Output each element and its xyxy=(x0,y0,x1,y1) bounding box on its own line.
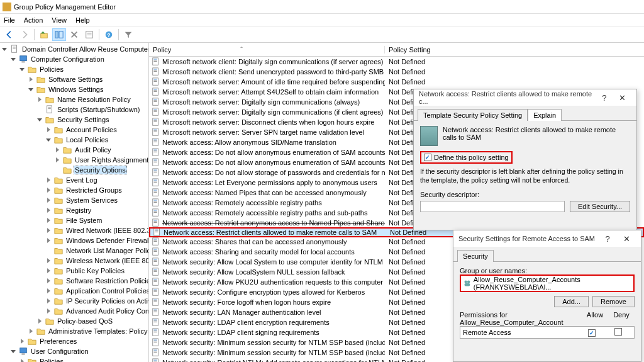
expander-icon[interactable] xyxy=(45,177,52,184)
expander-icon[interactable] xyxy=(45,308,52,315)
tree-item[interactable]: Advanced Audit Policy Configurat xyxy=(0,306,148,316)
tree-item[interactable]: Software Settings xyxy=(0,74,148,84)
policy-row[interactable]: Microsoft network client: Send unencrypt… xyxy=(149,67,644,77)
group-item[interactable]: Allow_Reuse_Computer_Accounts (FRANKYSWE… xyxy=(474,276,631,291)
list-header[interactable]: Policyˆ Policy Setting xyxy=(149,43,644,57)
expander-icon[interactable] xyxy=(45,217,52,224)
tree-item[interactable]: Audit Policy xyxy=(0,145,148,155)
expander-icon[interactable] xyxy=(19,66,26,73)
policy-row[interactable]: Microsoft network client: Digitally sign… xyxy=(149,57,644,67)
expander-icon[interactable] xyxy=(45,207,52,214)
expander-icon[interactable] xyxy=(45,288,52,295)
tree-item[interactable]: IP Security Policies on Active Direc xyxy=(0,296,148,306)
expander-icon[interactable] xyxy=(19,358,26,363)
tree-item[interactable]: Event Log xyxy=(0,175,148,185)
tree-item[interactable]: File System xyxy=(0,215,148,225)
col-setting[interactable]: Policy Setting xyxy=(385,46,644,54)
tree-item[interactable]: Software Restriction Policies xyxy=(0,276,148,286)
remove-button[interactable]: Remove xyxy=(592,296,635,307)
expander-icon[interactable] xyxy=(54,157,61,164)
expander-icon[interactable] xyxy=(28,76,35,83)
expander-icon[interactable] xyxy=(36,96,43,103)
expander-icon[interactable] xyxy=(45,237,52,244)
tree-item[interactable]: Name Resolution Policy xyxy=(0,94,148,105)
expander-icon[interactable] xyxy=(45,197,52,204)
expander-icon[interactable] xyxy=(45,247,52,254)
tree-item[interactable]: Preferences xyxy=(0,336,148,346)
tree-item[interactable]: Network List Manager Policies xyxy=(0,246,148,256)
tree-item[interactable]: Restricted Groups xyxy=(0,185,148,195)
menu-view[interactable]: View xyxy=(52,16,67,24)
show-tree-button[interactable] xyxy=(52,28,66,41)
up-button[interactable] xyxy=(37,28,51,41)
expander-icon[interactable] xyxy=(1,46,8,53)
tree-item[interactable]: Scripts (Startup/Shutdown) xyxy=(0,105,148,115)
expander-icon[interactable] xyxy=(45,268,52,274)
close-icon[interactable]: ✕ xyxy=(617,234,636,244)
tree-item[interactable]: Account Policies xyxy=(0,125,148,135)
tree-item[interactable]: System Services xyxy=(0,195,148,205)
tree-item[interactable]: Local Policies xyxy=(0,135,148,145)
close-icon[interactable]: ✕ xyxy=(613,93,631,103)
expander-icon[interactable] xyxy=(45,187,52,194)
tree-item[interactable]: Policy-based QoS xyxy=(0,316,148,326)
tree-item[interactable]: Application Control Policies xyxy=(0,286,148,296)
tab-explain[interactable]: Explain xyxy=(528,109,562,121)
expander-icon[interactable] xyxy=(45,257,52,264)
back-button[interactable] xyxy=(3,28,16,41)
expander-icon[interactable] xyxy=(19,338,26,345)
tree-item[interactable]: Wired Network (IEEE 802.3) Policies xyxy=(0,225,148,235)
define-policy-checkbox-row[interactable]: ✓ Define this policy setting xyxy=(420,151,513,164)
menu-file[interactable]: File xyxy=(4,16,15,24)
expander-icon[interactable] xyxy=(36,116,43,123)
expander-icon[interactable] xyxy=(36,318,43,325)
tree-item[interactable]: Public Key Policies xyxy=(0,266,148,276)
expander-icon[interactable] xyxy=(45,278,52,285)
help-button[interactable]: ? xyxy=(102,28,116,41)
expander-icon[interactable] xyxy=(36,106,43,113)
expander-icon[interactable] xyxy=(54,147,61,154)
tree-item[interactable]: Windows Settings xyxy=(0,84,148,94)
allow-checkbox[interactable]: ✓ xyxy=(588,329,596,337)
tab-template[interactable]: Template Security Policy Setting xyxy=(418,109,528,121)
tree-item[interactable]: Policies xyxy=(0,64,148,74)
delete-button[interactable] xyxy=(67,28,81,41)
tree-item[interactable]: Domain Controller Allow Reuse Computer A… xyxy=(0,44,148,54)
expander-icon[interactable] xyxy=(45,137,52,144)
menu-action[interactable]: Action xyxy=(24,16,43,24)
tree-item[interactable]: Administrative Templates: Policy definit… xyxy=(0,326,148,336)
menu-help[interactable]: Help xyxy=(75,16,90,24)
add-button[interactable]: Add... xyxy=(554,296,589,307)
edit-security-button[interactable]: Edit Security... xyxy=(570,201,630,212)
help-icon[interactable]: ? xyxy=(598,234,617,244)
tree-item[interactable]: Wireless Network (IEEE 802.11) Pol xyxy=(0,256,148,266)
tree-item[interactable]: Registry xyxy=(0,205,148,215)
tree-item[interactable]: User Configuration xyxy=(0,346,148,356)
expander-icon[interactable] xyxy=(10,348,17,355)
col-policy[interactable]: Policy xyxy=(153,46,171,54)
tab-security[interactable]: Security xyxy=(457,250,494,262)
expander-icon[interactable] xyxy=(54,167,61,174)
security-descriptor-input[interactable] xyxy=(420,201,565,212)
help-icon[interactable]: ? xyxy=(596,93,614,103)
expander-icon[interactable] xyxy=(45,298,52,305)
expander-icon[interactable] xyxy=(45,127,52,133)
tree-item[interactable]: Computer Configuration xyxy=(0,54,148,64)
deny-checkbox[interactable] xyxy=(614,328,622,336)
properties-button[interactable] xyxy=(82,28,96,41)
expander-icon[interactable] xyxy=(45,227,52,234)
tree-item[interactable]: Windows Defender Firewall with A xyxy=(0,235,148,246)
expander-icon[interactable] xyxy=(10,56,17,63)
tree-item[interactable]: Policies xyxy=(0,356,148,362)
define-checkbox[interactable]: ✓ xyxy=(424,154,431,161)
tree-item[interactable]: User Rights Assignment xyxy=(0,155,148,165)
tree-panel[interactable]: Domain Controller Allow Reuse Computer A… xyxy=(0,43,149,362)
filter-button[interactable] xyxy=(121,28,135,41)
policy-row[interactable]: Microsoft network server: Amount of idle… xyxy=(149,77,644,87)
expander-icon[interactable] xyxy=(28,328,35,335)
expander-icon[interactable] xyxy=(28,86,35,93)
group-list[interactable]: Allow_Reuse_Computer_Accounts (FRANKYSWE… xyxy=(460,274,635,292)
tree-item[interactable]: Security Options xyxy=(0,165,148,175)
forward-button[interactable] xyxy=(18,28,31,41)
tree-item[interactable]: Security Settings xyxy=(0,115,148,125)
